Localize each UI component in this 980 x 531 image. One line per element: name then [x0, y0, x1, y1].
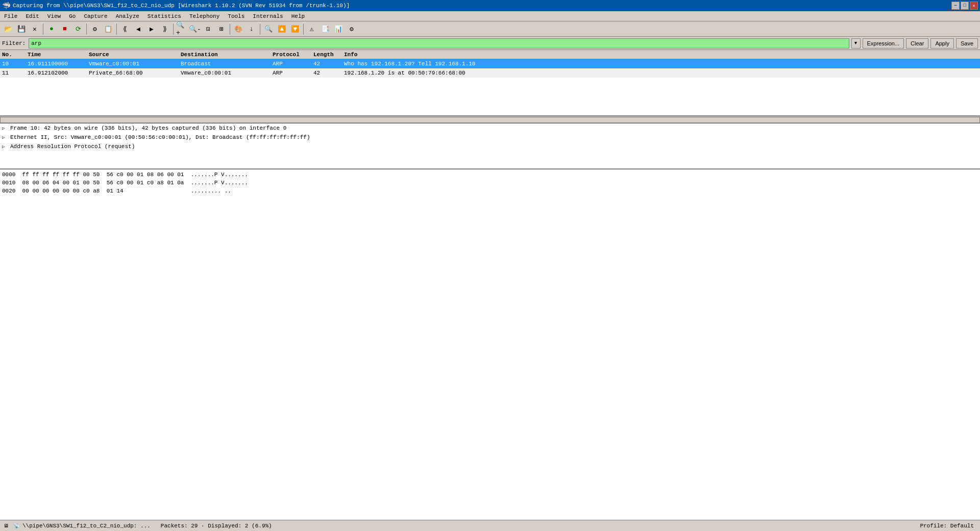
filter-label: Filter:: [2, 40, 26, 46]
menu-item-statistics[interactable]: Statistics: [143, 11, 185, 21]
col-header-destination: Destination: [179, 52, 271, 58]
cell-protocol: ARP: [271, 70, 311, 76]
cell-source: Vmware_c0:00:01: [87, 61, 179, 67]
cell-info: 192.168.1.20 is at 00:50:79:66:68:00: [342, 70, 980, 76]
detail-row[interactable]: ▷Ethernet II, Src: Vmware_c0:00:01 (00:5…: [0, 133, 980, 142]
colorize-button[interactable]: 🎨: [232, 23, 244, 35]
menu-item-analyze[interactable]: Analyze: [112, 11, 143, 21]
expand-icon: ▷: [2, 135, 8, 140]
packet-list-body: 10 16.911100000 Vmware_c0:00:01 Broadcas…: [0, 59, 980, 78]
go-back-button[interactable]: ◀: [132, 23, 144, 35]
title-bar-controls[interactable]: ─ □ ✕: [951, 2, 978, 10]
decode-as-button[interactable]: 📑: [319, 23, 331, 35]
cell-length: 42: [311, 61, 342, 67]
find-next-button[interactable]: 🔽: [289, 23, 301, 35]
find-button[interactable]: 🔍: [262, 23, 275, 35]
filter-bar: Filter: ▼ Expression... Clear Apply Save: [0, 37, 980, 50]
status-right: Profile: Default: [920, 523, 978, 529]
toolbar-sep-6: [260, 23, 260, 35]
app-icon: 🦈: [2, 2, 11, 10]
menu-item-view[interactable]: View: [43, 11, 65, 21]
expert-info-button[interactable]: ⚠: [306, 23, 318, 35]
maximize-button[interactable]: □: [961, 2, 969, 10]
zoom-fit-button[interactable]: ⊞: [215, 23, 228, 35]
detail-row[interactable]: ▷Address Resolution Protocol (request): [0, 142, 980, 151]
menu-item-capture[interactable]: Capture: [80, 11, 111, 21]
zoom-out-button[interactable]: 🔍-: [189, 23, 201, 35]
filter-dropdown[interactable]: ▼: [851, 38, 861, 49]
zoom-normal-button[interactable]: ⊡: [202, 23, 214, 35]
detail-text: Frame 10: 42 bytes on wire (336 bits), 4…: [10, 125, 286, 131]
zoom-in-button[interactable]: 🔍+: [176, 23, 188, 35]
expression-button[interactable]: Expression...: [863, 38, 904, 49]
scroll-back-button[interactable]: ⟪: [119, 23, 131, 35]
packet-row[interactable]: 10 16.911100000 Vmware_c0:00:01 Broadcas…: [0, 59, 980, 68]
cell-length: 42: [311, 70, 342, 76]
title-bar-title: Capturing from \\pipe\GNS3\SW1_f12_to_C2…: [13, 3, 350, 9]
title-bar-left: 🦈 Capturing from \\pipe\GNS3\SW1_f12_to_…: [2, 2, 350, 10]
cell-time: 16.911100000: [26, 61, 87, 67]
menu-item-edit[interactable]: Edit: [21, 11, 43, 21]
hscroll-area[interactable]: [0, 116, 980, 124]
expand-icon: ▷: [2, 126, 8, 131]
cell-destination: Vmware_c0:00:01: [179, 70, 271, 76]
detail-row[interactable]: ▷Frame 10: 42 bytes on wire (336 bits), …: [0, 124, 980, 133]
menu-item-file[interactable]: File: [0, 11, 21, 21]
status-icon-network: 📡: [12, 522, 20, 530]
cell-time: 16.912102000: [26, 70, 87, 76]
expand-icon: ▷: [2, 144, 8, 150]
save-button[interactable]: 💾: [15, 23, 28, 35]
scroll-forward-button[interactable]: ⟫: [159, 23, 171, 35]
status-path: \\pipe\GNS3\SW1_f12_to_C2_nio_udp: ...: [22, 523, 151, 529]
minimize-button[interactable]: ─: [951, 2, 960, 10]
status-left: 🖥 📡 \\pipe\GNS3\SW1_f12_to_C2_nio_udp: .…: [2, 522, 272, 530]
close-capture-button[interactable]: ✕: [29, 23, 41, 35]
menu-item-internals[interactable]: Internals: [249, 11, 287, 21]
display-filter-button[interactable]: 📊: [332, 23, 345, 35]
title-bar: 🦈 Capturing from \\pipe\GNS3\SW1_f12_to_…: [0, 0, 980, 11]
toolbar: 📂 💾 ✕ ● ■ ⟳ ⚙ 📋 ⟪ ◀ ▶ ⟫ 🔍+ 🔍- ⊡ ⊞ 🎨 ↓ 🔍 …: [0, 21, 980, 37]
save-filter-button[interactable]: Save: [956, 38, 978, 49]
clear-button[interactable]: Clear: [906, 38, 928, 49]
packet-list-container[interactable]: No. Time Source Destination Protocol Len…: [0, 50, 980, 116]
col-header-protocol: Protocol: [271, 52, 311, 58]
col-header-time: Time: [26, 52, 87, 58]
hscroll-track[interactable]: [0, 117, 980, 123]
col-header-source: Source: [87, 52, 179, 58]
apply-button[interactable]: Apply: [930, 38, 954, 49]
packet-list-header: No. Time Source Destination Protocol Len…: [0, 50, 980, 59]
packet-detail[interactable]: ▷Frame 10: 42 bytes on wire (336 bits), …: [0, 124, 980, 170]
packet-row[interactable]: 11 16.912102000 Private_66:68:00 Vmware_…: [0, 68, 980, 78]
cell-protocol: ARP: [271, 61, 311, 67]
menu-item-help[interactable]: Help: [287, 11, 309, 21]
go-forward-button[interactable]: ▶: [145, 23, 158, 35]
close-button[interactable]: ✕: [970, 2, 978, 10]
status-bar: 🖥 📡 \\pipe\GNS3\SW1_f12_to_C2_nio_udp: .…: [0, 520, 980, 531]
detail-text: Ethernet II, Src: Vmware_c0:00:01 (00:50…: [10, 134, 310, 140]
bytes-row: 0000 ff ff ff ff ff ff 00 50 56 c0 00 01…: [2, 172, 978, 180]
settings-button[interactable]: ⚙: [346, 23, 358, 35]
menu-item-tools[interactable]: Tools: [224, 11, 249, 21]
bytes-row: 0020 00 00 00 00 00 00 c0 a8 01 14 .....…: [2, 188, 978, 196]
detail-text: Address Resolution Protocol (request): [10, 143, 135, 150]
toolbar-sep-2: [86, 23, 87, 35]
filter-input[interactable]: [29, 38, 849, 49]
menu-bar: FileEditViewGoCaptureAnalyzeStatisticsTe…: [0, 11, 980, 21]
toolbar-sep-1: [43, 23, 43, 35]
lower-panels: ▷Frame 10: 42 bytes on wire (336 bits), …: [0, 124, 980, 520]
capture-restart-button[interactable]: ⟳: [72, 23, 84, 35]
open-button[interactable]: 📂: [2, 23, 14, 35]
find-prev-button[interactable]: 🔼: [276, 23, 288, 35]
toolbar-sep-3: [116, 23, 117, 35]
cell-no: 10: [0, 61, 26, 67]
auto-scroll-button[interactable]: ↓: [246, 23, 258, 35]
cell-no: 11: [0, 70, 26, 76]
bytes-row: 0010 08 00 06 04 00 01 00 50 56 c0 00 01…: [2, 180, 978, 188]
menu-item-telephony[interactable]: Telephony: [185, 11, 224, 21]
capture-stop-button[interactable]: ■: [59, 23, 71, 35]
capture-options-button[interactable]: ⚙: [89, 23, 101, 35]
packet-bytes[interactable]: 0000 ff ff ff ff ff ff 00 50 56 c0 00 01…: [0, 170, 980, 520]
capture-filter-button[interactable]: 📋: [102, 23, 114, 35]
menu-item-go[interactable]: Go: [65, 11, 80, 21]
capture-start-button[interactable]: ●: [45, 23, 58, 35]
